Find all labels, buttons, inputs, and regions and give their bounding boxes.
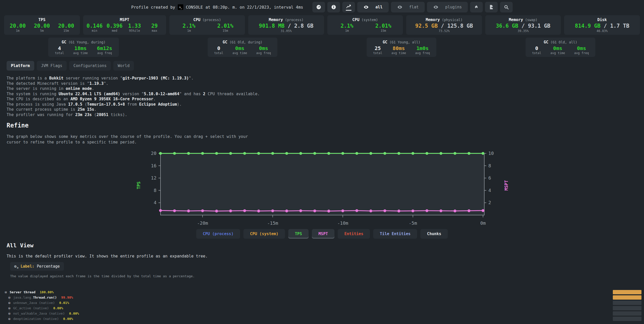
gc-value-label: avg freq [415, 51, 430, 55]
tree-node-name: Server thread [10, 290, 35, 294]
expand-icon[interactable]: ⊞ [8, 301, 11, 305]
gauge-button[interactable] [312, 2, 325, 12]
series-point-tps [481, 152, 484, 155]
tree-node-bar [613, 306, 641, 310]
stat-value: 2.01% [207, 23, 243, 29]
stat-widget-title-text: Memory [269, 18, 283, 22]
tree-row[interactable]: ⊞java.lang.Thread.run()99.98% [4, 295, 641, 300]
refine-chart[interactable]: 20161284108642-20m-15m-10m-5m0mTPSMSPT [0, 145, 644, 234]
expand-icon[interactable]: ⊞ [8, 312, 11, 315]
tree-row-content: ⊞java.lang.Thread.run()99.98% [8, 296, 73, 299]
tree-row[interactable]: ⊞GC_active (native)0.00% [4, 305, 641, 311]
flame-icon [474, 4, 479, 10]
profile-title-suffix: at 08:20p. m. on 22/1/2023, interval 4ms [205, 5, 303, 10]
gc-value: 0 [532, 45, 541, 51]
expand-icon[interactable]: ⊞ [8, 317, 11, 321]
search-button[interactable] [500, 2, 513, 12]
platform-info-segment: 17.0.5 [68, 102, 82, 107]
stat-value: 2.1% [329, 23, 365, 29]
stat-used-value: 814.9 GB [575, 23, 600, 29]
stat-col-5m: 20.005m [30, 23, 54, 33]
platform-info-segment: ". [189, 76, 194, 80]
tree-row[interactable]: ⊟Server thread100.00% [4, 289, 641, 295]
legend-button-tile-entities[interactable]: Tile Entities [373, 229, 417, 239]
gc-widget-title: GC (G1 Young, during) [55, 40, 112, 44]
legend-button-cpu-process[interactable]: CPU (process) [196, 229, 240, 239]
x-axis-tick-label: -20m [197, 220, 208, 226]
gc-col-total: 0total [532, 45, 541, 55]
profile-title-prefix: Profile created by [131, 5, 175, 10]
left-axis-tick-label: 8 [154, 188, 156, 193]
platform-info-segment: ticks). [108, 112, 127, 117]
tree-node-percent: 0.00% [53, 306, 63, 310]
legend-button-cpu-system[interactable]: CPU (system) [243, 229, 285, 239]
stat-value: 0.396 [104, 23, 124, 29]
legend-button-chunks[interactable]: Chunks [420, 229, 448, 239]
chart-icon [346, 4, 351, 11]
gc-widget-title: GC (G1 Young, all) [373, 40, 430, 44]
left-axis-tick-label: 12 [151, 175, 156, 181]
stat-percent: 46.83% [566, 29, 638, 33]
collapse-icon[interactable]: ⊟ [4, 290, 8, 294]
platform-info-text: The platform is a Bukkit server running … [7, 76, 260, 117]
export-button[interactable] [485, 2, 498, 12]
expand-icon[interactable]: ⊞ [8, 296, 11, 299]
gc-widget-title-text: GC [383, 40, 387, 44]
gc-widget-g1-old-during: GC (G1 Old, during)0total0msavg time0msa… [208, 38, 278, 57]
tree-row[interactable]: ⊞deoptimization (native)0.00% [4, 316, 641, 321]
gc-value-label: avg freq [97, 51, 112, 55]
gc-col-total: 0total [214, 45, 223, 55]
stat-fraction-separator: / [438, 23, 447, 29]
tree-node-percent: 0.00% [69, 312, 79, 315]
label-mode-chip[interactable]: ⚙⚙ Label: Percentage [10, 262, 64, 271]
tab-jvm-flags[interactable]: JVM Flags [37, 61, 67, 71]
stat-fraction: 901.8 MB / 2.8 GB [250, 23, 323, 29]
tree-node-percent: 0.01% [59, 301, 69, 305]
tree-node-percent: 100.00% [40, 290, 54, 294]
series-point-mspt [243, 209, 246, 212]
tree-node-bar [613, 290, 641, 294]
view-toggle-plugins[interactable]: plugins [427, 2, 468, 12]
gc-value: 0ms [256, 45, 271, 51]
gc-widget-title: GC (G1 Old, during) [214, 40, 271, 44]
tree-rows: ⊟Server thread100.00%⊞java.lang.Thread.r… [4, 289, 641, 321]
platform-info-segment: . [153, 97, 156, 101]
gc-value-label: total [55, 51, 64, 55]
expand-icon[interactable]: ⊞ [8, 306, 11, 310]
legend-button-mspt[interactable]: MSPT [312, 229, 334, 239]
stat-col-95-ile: 1.3395%ile [124, 23, 145, 33]
series-point-mspt [398, 209, 400, 212]
right-axis-tick-label: 4 [488, 188, 491, 193]
tree-node-name-segment: java.lang. [13, 296, 33, 299]
gc-cell: GC (G1 Old, during)0total0msavg time0msa… [163, 38, 322, 57]
x-axis-tick-label: -5m [409, 220, 417, 226]
tree-row[interactable]: ⊞unknown_Java (native)0.01% [4, 300, 641, 305]
stat-fraction-separator: / [600, 23, 610, 29]
info-button[interactable] [327, 2, 340, 12]
tab-platform[interactable]: Platform [7, 61, 34, 71]
series-point-mspt [355, 209, 358, 212]
chart-button[interactable] [342, 2, 355, 12]
legend-button-entities[interactable]: Entities [338, 229, 370, 239]
platform-info-line: The profiler was running for 23m 23s (28… [7, 112, 260, 118]
tab-world[interactable]: World [113, 61, 134, 71]
stat-widget-title-sub: (process) [283, 18, 303, 22]
flame-button[interactable] [470, 2, 483, 12]
tree-row[interactable]: ⊞not_walkable_Java (native)0.00% [4, 311, 641, 316]
all-view-heading: All View [7, 242, 33, 249]
view-toggle-flat[interactable]: flat [391, 2, 425, 12]
gc-value-label: avg freq [574, 51, 589, 55]
x-axis-tick-label: -10m [337, 220, 348, 226]
stat-widget-title: Memory (physical) [408, 18, 480, 22]
view-toggle-all[interactable]: all [357, 2, 389, 12]
gc-widget-title-text: GC [223, 40, 227, 44]
legend-button-tps[interactable]: TPS [288, 229, 309, 239]
stat-widget-title-text: Memory [509, 18, 523, 22]
tree-node-name: not_walkable_Java (native) [13, 312, 65, 315]
stat-widget-values: 2.1%1m2.01%15m [329, 23, 402, 33]
stat-widget-tps: TPS20.001m20.005m20.0015m [4, 15, 80, 35]
tab-configurations[interactable]: Configurations [69, 61, 111, 71]
stat-widget-title-text: Memory [426, 18, 440, 22]
platform-info-line: The platform is a Bukkit server running … [7, 76, 260, 81]
series-point-mspt [271, 209, 274, 212]
